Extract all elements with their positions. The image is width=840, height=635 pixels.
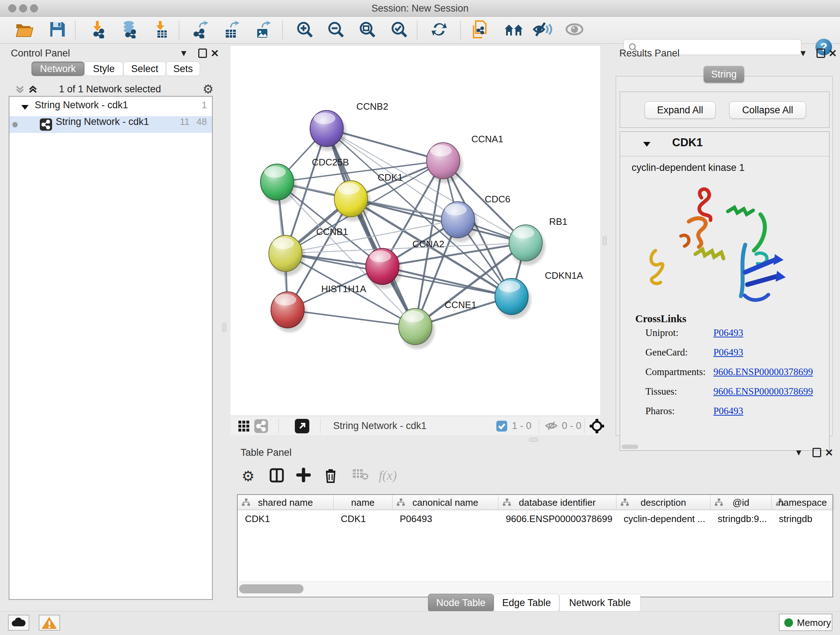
network-label: String Network - cdk1: [56, 116, 149, 127]
zoom-fit-icon[interactable]: [358, 20, 376, 40]
column-header-id[interactable]: @id: [711, 495, 772, 510]
houses-icon[interactable]: [504, 21, 523, 39]
delete-icon[interactable]: [324, 468, 338, 485]
birds-eye-view-icon[interactable]: [589, 418, 605, 436]
gear-icon[interactable]: ⚙: [242, 468, 255, 485]
crosslink-link[interactable]: 9606.ENSP00000378699: [714, 366, 813, 378]
crosslink-label: Compartments:: [645, 366, 706, 378]
export-network-icon[interactable]: [191, 20, 209, 40]
collection-expander-icon[interactable]: [20, 103, 30, 114]
table-cell[interactable]: 9606.ENSP00000378699: [499, 511, 616, 526]
results-panel-title: Results Panel: [619, 48, 680, 59]
collapse-all-button[interactable]: Collapse All: [729, 101, 806, 119]
memory-button[interactable]: Memory: [779, 614, 832, 631]
node-label: CDKN1A: [545, 270, 583, 281]
export-table-icon[interactable]: [222, 20, 240, 40]
column-header-databaseidentifier[interactable]: database identifier: [499, 495, 616, 510]
columns-icon[interactable]: [269, 468, 284, 485]
hide-eye-icon[interactable]: [532, 21, 553, 40]
network-canvas[interactable]: CCNB2CCNA1CDC25BCDK1CDC6RB1CCNB1CCNA2CDK…: [231, 46, 600, 416]
network-node: CCNA1: [426, 134, 503, 183]
tab-network[interactable]: Network: [32, 62, 84, 76]
export-image-icon[interactable]: [254, 20, 272, 40]
column-header-description[interactable]: description: [616, 495, 711, 510]
tab-select[interactable]: Select: [123, 62, 166, 76]
refresh-icon[interactable]: [430, 20, 448, 40]
crosslink-link[interactable]: 9606.ENSP00000378699: [714, 386, 813, 397]
table-cell[interactable]: P06493: [393, 511, 499, 526]
hidden-eye-icon: [545, 420, 558, 434]
eye-disabled-icon[interactable]: [565, 21, 584, 39]
float-panel-icon[interactable]: ▼: [799, 48, 807, 58]
table-cell[interactable]: CDK1: [333, 511, 393, 526]
network-options-gear-icon[interactable]: ⚙: [202, 82, 213, 96]
copy-document-icon[interactable]: [471, 19, 489, 41]
close-panel-icon[interactable]: ✕: [829, 48, 837, 59]
network-type-icon: [40, 119, 52, 131]
tab-network-table[interactable]: Network Table: [559, 594, 641, 612]
zoom-selected-icon[interactable]: [390, 20, 408, 40]
network-row-selected[interactable]: String Network - cdk1 11 48: [9, 116, 212, 133]
grid-view-icon[interactable]: [238, 420, 250, 435]
right-splitter-handle[interactable]: [603, 236, 607, 245]
crosslink-link[interactable]: P06493: [714, 405, 744, 417]
selected-nodes-checkbox[interactable]: [496, 421, 507, 432]
expand-all-button[interactable]: Expand All: [645, 101, 715, 119]
table-cell[interactable]: stringdb: [772, 511, 834, 526]
network-collection-row[interactable]: String Network - cdk1 1: [9, 100, 212, 116]
close-panel-icon[interactable]: ✕: [210, 48, 219, 59]
tab-sets[interactable]: Sets: [166, 62, 200, 76]
section-expander-icon[interactable]: [642, 139, 652, 150]
cloud-button[interactable]: [8, 615, 29, 631]
crosslink-link[interactable]: P06493: [714, 327, 744, 339]
maximize-panel-icon[interactable]: [816, 49, 825, 58]
maximize-panel-icon[interactable]: [198, 49, 207, 58]
toolbar-separator: [179, 21, 180, 39]
results-hscrollbar[interactable]: [622, 445, 638, 449]
open-in-window-icon[interactable]: [295, 419, 309, 433]
network-share-icon[interactable]: [254, 419, 268, 433]
toolbar-separator: [460, 21, 461, 39]
warning-button[interactable]: [39, 615, 60, 631]
gene-section-header[interactable]: CDK1: [620, 132, 829, 157]
save-icon[interactable]: [49, 21, 65, 40]
gene-section: CDK1 cyclin-dependent kinase 1 CrossLink…: [620, 131, 829, 451]
column-header-sharedname[interactable]: shared name: [238, 495, 333, 510]
network-selected-status: 1 of 1 Network selected: [9, 84, 211, 95]
float-panel-icon[interactable]: ▼: [794, 448, 803, 458]
crosslinks-title: CrossLinks: [635, 313, 686, 325]
left-splitter-handle[interactable]: [222, 323, 226, 333]
maximize-panel-icon[interactable]: [813, 448, 821, 457]
zoom-out-icon[interactable]: [327, 20, 345, 40]
string-results-container: Expand All Collapse All CDK1 cyclin-depe…: [616, 76, 833, 436]
tab-string[interactable]: String: [704, 66, 744, 82]
import-database-icon[interactable]: [120, 20, 138, 40]
table-cell[interactable]: CDK1: [238, 511, 333, 526]
table-cell[interactable]: stringdb:9...: [711, 511, 772, 526]
tab-node-table[interactable]: Node Table: [428, 594, 494, 612]
tab-style[interactable]: Style: [84, 62, 123, 76]
control-panel-title: Control Panel: [11, 48, 70, 59]
crosslink-label: GeneCard:: [645, 347, 688, 358]
close-panel-icon[interactable]: ✕: [825, 447, 833, 459]
import-table-icon[interactable]: [152, 20, 170, 40]
column-header-name[interactable]: name: [333, 495, 393, 510]
network-edge: [351, 199, 526, 243]
tab-edge-table[interactable]: Edge Table: [494, 594, 559, 612]
bottom-splitter-handle[interactable]: [529, 438, 538, 442]
add-icon[interactable]: [296, 468, 311, 484]
gene-description: cyclin-dependent kinase 1: [632, 162, 745, 173]
zoom-in-icon[interactable]: [295, 20, 314, 40]
import-network-icon[interactable]: [88, 20, 107, 40]
collection-label: String Network - cdk1: [35, 100, 128, 111]
open-folder-icon[interactable]: [15, 21, 34, 40]
column-header-namespace[interactable]: namespace: [772, 495, 834, 510]
table-cell[interactable]: cyclin-dependent ...: [616, 511, 711, 526]
crosslink-link[interactable]: P06493: [714, 347, 744, 358]
network-view-title: String Network - cdk1: [333, 416, 426, 435]
table-hscrollbar-thumb[interactable]: [239, 584, 303, 593]
node-label: RB1: [549, 216, 568, 227]
float-panel-icon[interactable]: ▼: [180, 48, 188, 58]
status-bar: Memory: [0, 611, 840, 635]
column-header-canonicalname[interactable]: canonical name: [393, 495, 499, 510]
